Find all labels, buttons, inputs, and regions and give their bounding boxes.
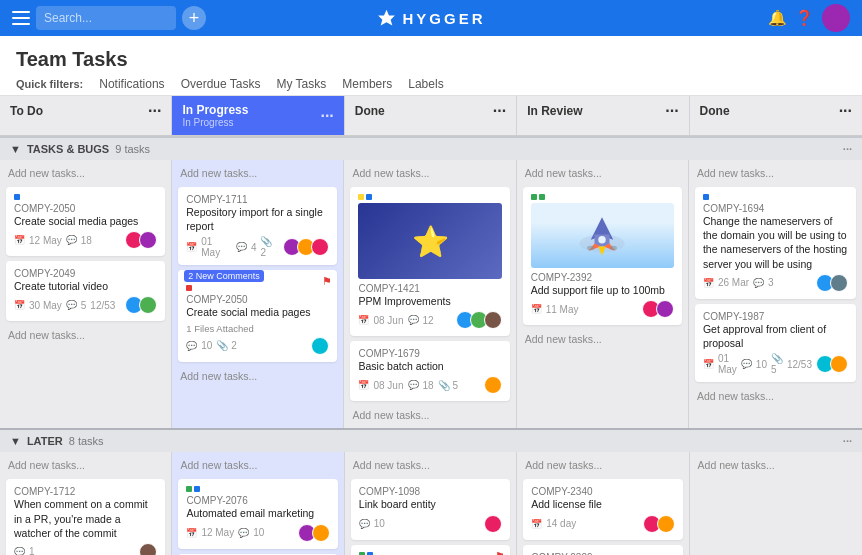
card-title: Get approval from client of proposal (703, 322, 848, 350)
card-compy-2050-inprog[interactable]: 2 New Comments COMPY-2050 Create social … (178, 270, 337, 361)
inprog-col-dots[interactable]: ··· (320, 108, 333, 124)
card-compy-1098[interactable]: COMPY-1098 Link board entity 💬 10 (351, 479, 510, 539)
card-compy-1679[interactable]: COMPY-1679 Basic batch action 📅 08 Jun 💬… (350, 341, 509, 401)
msg-icon: 💬 (236, 242, 247, 252)
card-id: COMPY-1098 (359, 486, 502, 497)
avatar-2 (139, 231, 157, 249)
card-avatars (283, 238, 329, 256)
later-done2-add[interactable]: Add new tasks... (696, 456, 856, 474)
later-inreview-add[interactable]: Add new tasks... (523, 456, 682, 474)
section-toggle-later[interactable]: ▼ (10, 435, 21, 447)
card-avatars (456, 311, 502, 329)
card-meta: 📅 14 day (531, 515, 674, 533)
card-avatars (298, 524, 330, 542)
svg-point-12 (610, 245, 618, 250)
card-clip: 📎 5 (771, 353, 783, 375)
msg-icon: 💬 (408, 315, 419, 325)
card-compy-1694[interactable]: COMPY-1694 Change the nameservers of the… (695, 187, 856, 299)
card-compy-2076[interactable]: COMPY-2076 Automated email marketing 📅 1… (178, 479, 337, 548)
done-empty-add-task-bottom[interactable]: Add new tasks... (350, 406, 509, 424)
filter-overdue[interactable]: Overdue Tasks (181, 77, 261, 91)
card-compy-2340[interactable]: COMPY-2340 Add license file 📅 14 day (523, 479, 682, 539)
card-meta: 💬 1 (14, 543, 157, 555)
card-avatars (484, 515, 502, 533)
comment-badge: 2 New Comments (184, 270, 264, 282)
card-avatars (816, 274, 848, 292)
card-compy-1712[interactable]: COMPY-1712 When comment on a commit in a… (6, 479, 165, 555)
avatar-2 (830, 274, 848, 292)
card-id: COMPY-2392 (531, 272, 674, 283)
done-col-dots[interactable]: ··· (839, 103, 852, 119)
inprog-add-task-bottom[interactable]: Add new tasks... (178, 367, 337, 385)
filter-members[interactable]: Members (342, 77, 392, 91)
section-toggle-tasks-bugs[interactable]: ▼ (10, 143, 21, 155)
done-empty-add-task[interactable]: Add new tasks... (350, 164, 509, 182)
card-compy-1421[interactable]: ⭐ COMPY-1421 PPM Improvements 📅 08 Jun 💬… (350, 187, 509, 336)
done-add-task[interactable]: Add new tasks... (695, 164, 856, 182)
todo-col-cards: Add new tasks... COMPY-2050 Create socia… (0, 160, 172, 428)
bell-icon[interactable]: 🔔 (768, 9, 787, 27)
card-compy-2392[interactable]: COMPY-2392 Add support file up to 100mb … (523, 187, 682, 325)
inreview-col-dots[interactable]: ··· (665, 103, 678, 119)
avatar-2 (830, 355, 848, 373)
card-date: 11 May (546, 304, 579, 315)
logo: HYGGER (376, 8, 485, 28)
later-todo-col: Add new tasks... COMPY-1712 When comment… (0, 452, 172, 555)
card-id: COMPY-2329 (531, 552, 674, 555)
avatar-2 (656, 300, 674, 318)
msg-icon: 💬 (741, 359, 752, 369)
cal-icon: 📅 (14, 235, 25, 245)
card-title: Add license file (531, 497, 674, 511)
msg-icon: 💬 (14, 547, 25, 555)
later-done-col: Add new tasks... COMPY-1098 Link board e… (345, 452, 517, 555)
card-compy-2049[interactable]: COMPY-2049 Create tutorial video 📅 30 Ma… (6, 261, 165, 321)
inreview-add-task[interactable]: Add new tasks... (523, 164, 682, 182)
todo-add-task[interactable]: Add new tasks... (6, 164, 165, 182)
card-meta: 📅 08 Jun 💬 18 📎 5 (358, 376, 501, 394)
card-meta: 📅 12 May 💬 10 (186, 524, 329, 542)
section-name-tasks-bugs: TASKS & BUGS (27, 143, 109, 155)
card-meta: 📅 12 May 💬 18 (14, 231, 157, 249)
svg-marker-3 (378, 10, 395, 26)
later-todo-add[interactable]: Add new tasks... (6, 456, 165, 474)
card-compy-2329[interactable]: COMPY-2329 Add support file (523, 545, 682, 555)
filter-labels[interactable]: Labels (408, 77, 443, 91)
cal-icon: 📅 (531, 304, 542, 314)
todo-col-dots[interactable]: ··· (148, 103, 161, 119)
done-empty-col-dots[interactable]: ··· (493, 103, 506, 119)
col-header-inreview: In Review ··· (517, 96, 689, 135)
card-id: COMPY-2049 (14, 268, 157, 279)
section-dots-later[interactable]: ··· (843, 435, 852, 447)
menu-icon[interactable] (12, 11, 30, 25)
col-header-todo: To Do ··· (0, 96, 172, 135)
msg-icon: 💬 (238, 528, 249, 538)
done-add-task-bottom[interactable]: Add new tasks... (695, 387, 856, 405)
flag-icon: ⚑ (322, 275, 332, 288)
avatar-3 (311, 238, 329, 256)
card-compy-1680[interactable]: COMPY-1680 New billing ⚑ 💬 7 1 (351, 545, 510, 555)
filter-mytasks[interactable]: My Tasks (276, 77, 326, 91)
card-compy-1987[interactable]: COMPY-1987 Get approval from client of p… (695, 304, 856, 382)
card-compy-2050-todo[interactable]: COMPY-2050 Create social media pages 📅 1… (6, 187, 165, 256)
add-button[interactable]: + (182, 6, 206, 30)
card-clip: 📎 2 (260, 236, 279, 258)
page-title: Team Tasks (16, 48, 846, 71)
card-meta: 📅 11 May (531, 300, 674, 318)
todo-add-task-bottom[interactable]: Add new tasks... (6, 326, 165, 344)
user-avatar[interactable] (822, 4, 850, 32)
section-name-later: LATER (27, 435, 63, 447)
later-done-add[interactable]: Add new tasks... (351, 456, 510, 474)
card-compy-1711[interactable]: COMPY-1711 Repository import for a singl… (178, 187, 337, 265)
later-inprog-add[interactable]: Add new tasks... (178, 456, 337, 474)
avatar-3 (484, 311, 502, 329)
avatar-2 (657, 515, 675, 533)
cal-icon: 📅 (358, 380, 369, 390)
question-icon[interactable]: ❓ (795, 9, 814, 27)
section-dots-tasks-bugs[interactable]: ··· (843, 143, 852, 155)
cal-icon: 📅 (14, 300, 25, 310)
inreview-add-task-bottom[interactable]: Add new tasks... (523, 330, 682, 348)
inprog-add-task[interactable]: Add new tasks... (178, 164, 337, 182)
section-count-tasks-bugs: 9 tasks (115, 143, 150, 155)
search-input[interactable] (36, 6, 176, 30)
filter-notifications[interactable]: Notifications (99, 77, 164, 91)
